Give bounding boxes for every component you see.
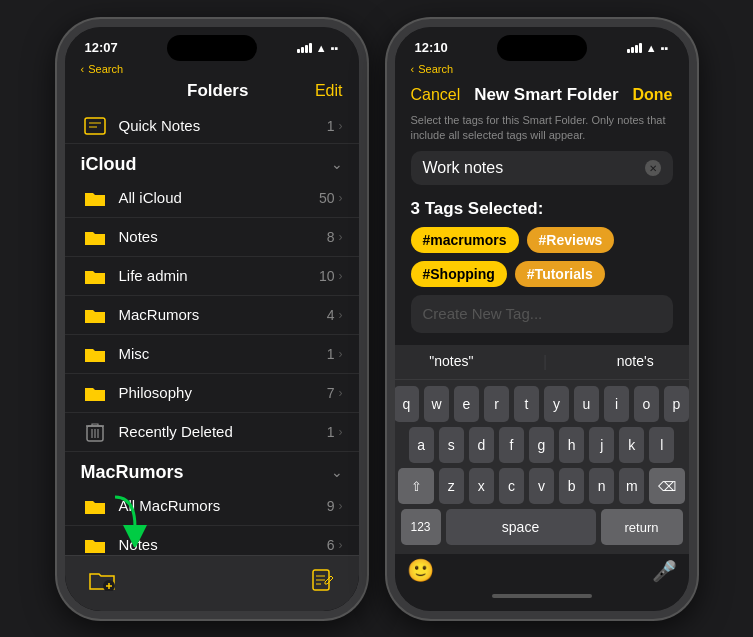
key-v[interactable]: v <box>529 468 554 504</box>
toolbar-left <box>65 555 359 611</box>
key-x[interactable]: x <box>469 468 494 504</box>
nav-back-left[interactable]: ‹ Search <box>65 63 359 79</box>
time-left: 12:07 <box>85 40 118 55</box>
key-f[interactable]: f <box>499 427 524 463</box>
done-button[interactable]: Done <box>632 86 672 104</box>
folder-notes-icloud[interactable]: Notes 8 › <box>65 218 359 257</box>
key-n[interactable]: n <box>589 468 614 504</box>
folder-recently-deleted[interactable]: Recently Deleted 1 › <box>65 413 359 452</box>
back-chevron-icon: ‹ <box>81 63 85 75</box>
key-y[interactable]: y <box>544 386 569 422</box>
folder-icon-macrumors-icloud <box>81 304 109 326</box>
folders-title: Folders <box>121 81 315 101</box>
suggestion-notes-apos[interactable]: note's <box>617 353 654 371</box>
key-o[interactable]: o <box>634 386 659 422</box>
key-g[interactable]: g <box>529 427 554 463</box>
mic-button[interactable]: 🎤 <box>652 559 677 583</box>
space-key[interactable]: space <box>446 509 596 545</box>
tags-selected-label: 3 Tags Selected: <box>395 195 689 227</box>
key-t[interactable]: t <box>514 386 539 422</box>
key-k[interactable]: k <box>619 427 644 463</box>
key-h[interactable]: h <box>559 427 584 463</box>
create-new-tag-area[interactable]: Create New Tag... <box>411 295 673 333</box>
signal-icon-right <box>627 43 642 53</box>
key-d[interactable]: d <box>469 427 494 463</box>
back-label-left: Search <box>88 63 123 75</box>
key-b[interactable]: b <box>559 468 584 504</box>
key-u[interactable]: u <box>574 386 599 422</box>
tag-reviews[interactable]: #Reviews <box>527 227 615 253</box>
tags-row: #macrumors #Reviews #Shopping #Tutorials <box>395 227 689 295</box>
key-l[interactable]: l <box>649 427 674 463</box>
macrumors-section-header[interactable]: MacRumors ⌄ <box>65 452 359 487</box>
return-key[interactable]: return <box>601 509 683 545</box>
keyboard: q w e r t y u i o p a s d f g h j k <box>395 380 689 554</box>
key-a[interactable]: a <box>409 427 434 463</box>
work-notes-input[interactable]: Work notes ✕ <box>411 151 673 185</box>
wifi-icon-right: ▲ <box>646 42 657 54</box>
folder-misc[interactable]: Misc 1 › <box>65 335 359 374</box>
status-icons-right: ▲ ▪▪ <box>627 42 669 54</box>
quick-notes-row[interactable]: Quick Notes 1 › <box>65 109 359 144</box>
emoji-button[interactable]: 🙂 <box>407 558 434 584</box>
tag-tutorials-label: #Tutorials <box>527 266 593 282</box>
folder-count-allicloud: 50 <box>319 190 335 206</box>
work-notes-value: Work notes <box>423 159 645 177</box>
cancel-button[interactable]: Cancel <box>411 86 461 104</box>
battery-icon-right: ▪▪ <box>661 42 669 54</box>
key-q[interactable]: q <box>395 386 420 422</box>
folder-name-allicloud: All iCloud <box>119 189 319 206</box>
dynamic-island <box>167 35 257 61</box>
delete-key[interactable]: ⌫ <box>649 468 684 504</box>
home-indicator-right <box>395 586 689 606</box>
new-folder-button[interactable] <box>89 569 115 597</box>
folder-macrumors-icloud[interactable]: MacRumors 4 › <box>65 296 359 335</box>
key-j[interactable]: j <box>589 427 614 463</box>
folder-count-allmacrumors: 9 <box>327 498 335 514</box>
time-right: 12:10 <box>415 40 448 55</box>
folder-allicloud[interactable]: All iCloud 50 › <box>65 179 359 218</box>
key-z[interactable]: z <box>439 468 464 504</box>
folder-philosophy[interactable]: Philosophy 7 › <box>65 374 359 413</box>
num123-key[interactable]: 123 <box>401 509 441 545</box>
folder-lifeadmin[interactable]: Life admin 10 › <box>65 257 359 296</box>
create-tag-placeholder: Create New Tag... <box>423 305 543 322</box>
folder-icon-allicloud <box>81 187 109 209</box>
folder-name-macrumors-icloud: MacRumors <box>119 306 327 323</box>
suggestion-notes-quoted[interactable]: "notes" <box>429 353 473 371</box>
tag-shopping[interactable]: #Shopping <box>411 261 507 287</box>
shift-key[interactable]: ⇧ <box>398 468 433 504</box>
keyboard-row-3: ⇧ z x c v b n m ⌫ <box>399 468 685 504</box>
key-s[interactable]: s <box>439 427 464 463</box>
keyboard-row-4: 123 space return <box>399 509 685 545</box>
folder-count-macrumors-icloud: 4 <box>327 307 335 323</box>
macrumors-chevron: ⌄ <box>331 464 343 480</box>
trash-icon-recently-deleted <box>81 421 109 443</box>
key-c[interactable]: c <box>499 468 524 504</box>
folder-count-notes-icloud: 8 <box>327 229 335 245</box>
tag-macrumors[interactable]: #macrumors <box>411 227 519 253</box>
key-w[interactable]: w <box>424 386 449 422</box>
new-note-button[interactable] <box>311 568 335 598</box>
nav-back-right[interactable]: ‹ Search <box>395 63 689 79</box>
back-chevron-right: ‹ <box>411 63 415 75</box>
key-p[interactable]: p <box>664 386 689 422</box>
macrumors-title: MacRumors <box>81 462 184 483</box>
tag-shopping-label: #Shopping <box>423 266 495 282</box>
icloud-title: iCloud <box>81 154 137 175</box>
edit-button[interactable]: Edit <box>315 82 343 100</box>
key-i[interactable]: i <box>604 386 629 422</box>
folder-count-recently-deleted: 1 <box>327 424 335 440</box>
key-e[interactable]: e <box>454 386 479 422</box>
folder-count-lifeadmin: 10 <box>319 268 335 284</box>
icloud-folders: All iCloud 50 › Notes 8 › Life adm <box>65 179 359 452</box>
tag-tutorials[interactable]: #Tutorials <box>515 261 605 287</box>
smart-folder-title: New Smart Folder <box>474 85 619 105</box>
icloud-section-header[interactable]: iCloud ⌄ <box>65 144 359 179</box>
back-label-right: Search <box>418 63 453 75</box>
clear-input-button[interactable]: ✕ <box>645 160 661 176</box>
key-r[interactable]: r <box>484 386 509 422</box>
folder-name-recently-deleted: Recently Deleted <box>119 423 327 440</box>
key-m[interactable]: m <box>619 468 644 504</box>
folder-icon-notes-icloud <box>81 226 109 248</box>
